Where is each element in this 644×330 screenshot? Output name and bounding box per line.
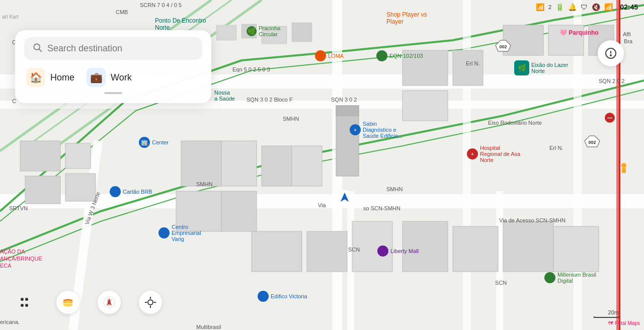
svg-rect-18	[292, 23, 312, 42]
svg-rect-32	[336, 106, 359, 176]
svg-rect-35	[307, 231, 347, 272]
dots-menu-button[interactable]	[15, 291, 38, 314]
svg-rect-23	[181, 141, 221, 186]
shortcut-home[interactable]: 🏠 Home	[26, 68, 74, 87]
svg-rect-37	[403, 221, 448, 272]
svg-rect-5	[0, 194, 644, 208]
mute-icon: 🔇	[592, 3, 600, 11]
kart-label: art Kart	[2, 14, 19, 20]
status-bar: 📶 2 🔋 🔔 🛡 🔇 📶 02:45	[0, 0, 644, 14]
svg-rect-34	[252, 231, 302, 272]
search-panel: 🏠 Home 💼 Work	[15, 30, 211, 103]
home-label: Home	[50, 72, 74, 83]
svg-point-58	[610, 55, 611, 56]
svg-rect-40	[553, 226, 599, 272]
svg-rect-26	[221, 141, 257, 186]
svg-rect-33	[336, 106, 359, 116]
shortcut-work[interactable]: 💼 Work	[87, 68, 132, 87]
svg-rect-16	[242, 24, 257, 38]
bell-icon: 🔔	[568, 3, 577, 11]
status-icons: 📶 2 🔋 🔔 🛡 🔇 📶 02:45	[536, 3, 638, 11]
svg-rect-36	[352, 221, 392, 272]
svg-text:—: —	[607, 115, 612, 121]
battery-icon: 🔋	[555, 3, 564, 11]
navigation-button[interactable]	[98, 291, 121, 314]
wifi-icon: 📶	[604, 3, 613, 11]
work-label: Work	[111, 72, 132, 83]
svg-rect-28	[292, 146, 322, 186]
svg-rect-25	[221, 191, 257, 231]
scale-bar: 20m	[594, 309, 619, 318]
drag-handle[interactable]	[104, 92, 122, 94]
svg-rect-20	[65, 143, 91, 169]
svg-point-52	[621, 163, 626, 168]
svg-rect-30	[403, 91, 448, 121]
attribution-text: Petal Maps	[615, 320, 640, 326]
shortcuts-row: 🏠 Home 💼 Work	[24, 68, 202, 87]
svg-rect-22	[65, 174, 96, 201]
svg-rect-42	[548, 25, 584, 55]
svg-point-69	[148, 300, 153, 305]
svg-point-62	[25, 304, 28, 307]
svg-rect-27	[262, 146, 292, 186]
home-icon: 🏠	[26, 68, 45, 87]
sim-icon: 📶	[536, 3, 544, 11]
svg-rect-15	[216, 25, 236, 40]
bottom-toolbar	[15, 291, 162, 314]
svg-rect-31	[453, 50, 483, 86]
location-button[interactable]	[139, 291, 162, 314]
svg-text:002: 002	[499, 44, 507, 49]
svg-point-59	[21, 298, 24, 301]
search-bar[interactable]	[24, 37, 202, 60]
svg-rect-24	[176, 191, 221, 231]
svg-point-61	[21, 304, 24, 307]
svg-rect-29	[403, 50, 448, 86]
svg-point-60	[25, 298, 28, 301]
scale-label: 20m	[608, 309, 619, 315]
sim-number: 2	[548, 4, 551, 10]
status-time: 02:45	[620, 3, 638, 11]
alert-button[interactable]	[598, 40, 624, 66]
search-icon	[32, 42, 42, 55]
svg-text:002: 002	[588, 140, 596, 145]
svg-rect-53	[622, 168, 626, 173]
shield-icon: 🛡	[581, 3, 588, 11]
layers-button[interactable]	[56, 291, 79, 314]
svg-rect-17	[262, 26, 287, 44]
svg-rect-19	[20, 141, 60, 171]
svg-rect-39	[503, 221, 553, 272]
svg-rect-41	[503, 25, 543, 55]
search-input[interactable]	[47, 43, 194, 54]
svg-rect-38	[453, 226, 498, 272]
svg-rect-8	[463, 0, 471, 330]
svg-point-65	[63, 303, 73, 307]
svg-rect-21	[25, 176, 60, 204]
work-icon: 💼	[87, 68, 106, 87]
attribution: 🗺 Petal Maps	[608, 320, 640, 326]
scale-line	[594, 316, 619, 318]
svg-line-55	[39, 49, 42, 52]
